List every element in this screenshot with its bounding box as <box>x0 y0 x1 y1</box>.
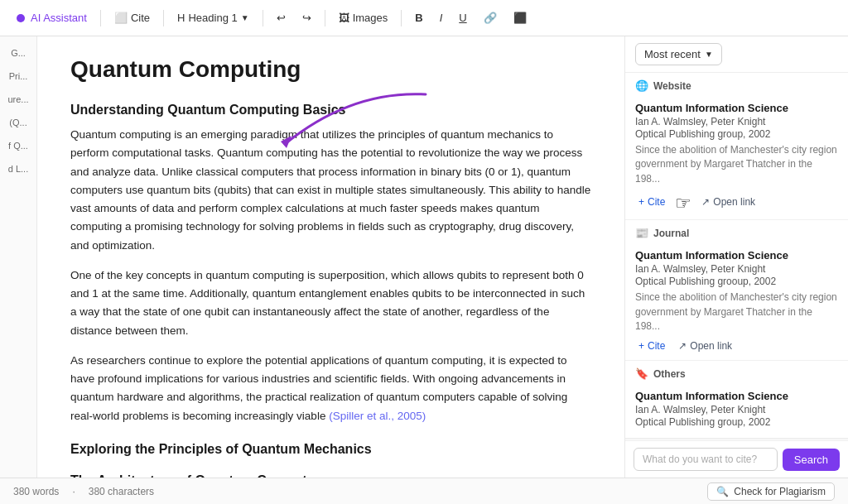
left-sidebar: G... Pri... ure... (Q... f Q... d L... <box>0 36 37 478</box>
images-icon: 🖼 <box>339 12 349 24</box>
toolbar: AI Assistant ⬜ Cite H Heading 1 ▼ ↩ ↪ 🖼 … <box>0 0 848 36</box>
journal-icon: 📰 <box>635 227 648 239</box>
images-button[interactable]: 🖼 Images <box>332 8 395 27</box>
cite-label: Cite <box>131 12 150 24</box>
undo-icon: ↩ <box>277 12 286 24</box>
filter-label: Most recent <box>644 48 701 60</box>
heading-button[interactable]: H Heading 1 ▼ <box>171 8 256 27</box>
card-publisher: Optical Publishing grooup, 2002 <box>635 276 838 287</box>
search-bar: Search <box>625 440 848 478</box>
website-icon: 🌐 <box>635 79 648 92</box>
underline-button[interactable]: U <box>452 8 473 27</box>
paragraph-3-text: As researchers continue to explore the p… <box>70 354 567 422</box>
table-button[interactable]: ⬛ <box>507 8 533 27</box>
card-title: Quantum Information Science <box>635 390 838 402</box>
heading-label: Heading 1 <box>188 12 237 24</box>
table-icon: ⬛ <box>513 12 527 24</box>
cite-action-button[interactable]: + Cite <box>635 194 668 209</box>
cite-action-label: Cite <box>648 196 665 208</box>
rs-header: Most recent ▼ <box>625 36 848 73</box>
section-journal-label: Journal <box>653 228 689 239</box>
search-button[interactable]: Search <box>783 449 840 471</box>
section-journal-header: 📰 Journal <box>625 220 848 242</box>
char-count: 380 characters <box>89 486 154 497</box>
undo-button[interactable]: ↩ <box>270 8 292 27</box>
others-icon: 🔖 <box>635 367 648 380</box>
italic-button[interactable]: I <box>433 8 450 27</box>
open-link-button[interactable]: ↗ Open link <box>698 194 759 209</box>
open-link-label: Open link <box>713 196 755 208</box>
plagiarism-button[interactable]: 🔍 Check for Plagiarism <box>707 482 835 501</box>
plus-icon: + <box>638 340 644 352</box>
rs-card-website-1: Quantum Information Science Ian A. Walms… <box>625 95 848 220</box>
card-title: Quantum Information Science <box>635 249 838 262</box>
plagiarism-label: Check for Plagiarism <box>734 486 826 497</box>
section-heading-1: Understanding Quantum Computing Basics <box>70 103 591 118</box>
main-layout: G... Pri... ure... (Q... f Q... d L... Q… <box>0 36 848 478</box>
ai-assistant-button[interactable]: AI Assistant <box>10 8 94 27</box>
cite-icon: ⬜ <box>114 12 128 24</box>
chevron-down-icon: ▼ <box>241 13 249 22</box>
card-excerpt: Since the abolition of Manchester's city… <box>635 143 838 186</box>
bold-button[interactable]: B <box>408 8 429 27</box>
heading-icon: H <box>177 12 185 24</box>
ai-assistant-label: AI Assistant <box>31 12 87 24</box>
card-excerpt: Since the abolition of Manchester's city… <box>635 290 838 334</box>
section-others-label: Others <box>653 368 686 380</box>
open-link-button-journal[interactable]: ↗ Open link <box>675 338 735 353</box>
card-actions: + Cite ↗ Open link <box>635 338 838 353</box>
sidebar-item-6[interactable]: d L... <box>0 161 36 177</box>
plus-icon: + <box>638 196 644 208</box>
section-website-label: Website <box>653 80 691 92</box>
rs-results: 🌐 Website Quantum Information Science Ia… <box>625 73 848 440</box>
sidebar-item-2[interactable]: Pri... <box>0 68 36 84</box>
link-button[interactable]: 🔗 <box>477 8 504 27</box>
right-sidebar: Most recent ▼ 🌐 Website Quantum Informat… <box>624 36 848 478</box>
toolbar-separator-4 <box>325 10 325 26</box>
ai-dot-icon <box>17 14 25 22</box>
wordcount-separator: · <box>72 486 75 497</box>
paragraph-2: One of the key concepts in quantum compu… <box>70 266 591 340</box>
images-label: Images <box>353 12 388 24</box>
search-input[interactable] <box>634 448 778 471</box>
rs-card-journal-1: Quantum Information Science Ian A. Walms… <box>625 242 848 361</box>
card-actions: + Cite ☞ ↗ Open link <box>635 191 838 213</box>
sidebar-item-5[interactable]: f Q... <box>0 137 36 154</box>
card-publisher: Optical Publishing group, 2002 <box>635 416 838 428</box>
chevron-down-icon: ▼ <box>705 50 713 59</box>
bold-icon: B <box>415 12 422 24</box>
section-heading-3: The Architecture of Quantum Computers <box>70 473 591 478</box>
sidebar-item-1[interactable]: G... <box>0 45 36 61</box>
cursor-icon: ☞ <box>675 193 691 214</box>
section-others-header: 🔖 Others <box>625 361 848 383</box>
sidebar-item-4[interactable]: (Q... <box>0 114 36 131</box>
cite-action-button-journal[interactable]: + Cite <box>635 338 668 353</box>
redo-button[interactable]: ↪ <box>296 8 318 27</box>
redo-icon: ↪ <box>302 12 311 24</box>
citation-link[interactable]: (Spiller et al., 2005) <box>329 410 426 422</box>
card-authors: Ian A. Walmsley, Peter Knight <box>635 404 838 415</box>
link-icon: 🔗 <box>484 12 497 24</box>
open-link-label: Open link <box>690 340 732 352</box>
card-authors: Ian A. Walmsley, Peter Knight <box>635 263 838 275</box>
external-link-icon: ↗ <box>678 340 687 352</box>
section-website-header: 🌐 Website <box>625 73 848 95</box>
toolbar-separator-2 <box>163 10 164 26</box>
italic-icon: I <box>440 12 443 24</box>
cite-action-label: Cite <box>648 340 665 352</box>
toolbar-separator <box>100 10 101 26</box>
sidebar-item-3[interactable]: ure... <box>0 91 36 108</box>
word-count: 380 words <box>13 486 59 497</box>
document-area[interactable]: Quantum Computing Understanding Quantum … <box>37 36 624 478</box>
paragraph-3: As researchers continue to explore the p… <box>70 352 591 425</box>
filter-button[interactable]: Most recent ▼ <box>635 43 722 65</box>
card-publisher: Optical Publishing group, 2002 <box>635 128 838 140</box>
underline-icon: U <box>459 12 466 24</box>
section-heading-2: Exploring the Principles of Quantum Mech… <box>70 442 591 457</box>
wordcount-bar: 380 words · 380 characters 🔍 Check for P… <box>0 478 848 504</box>
cite-button[interactable]: ⬜ Cite <box>108 8 157 27</box>
plagiarism-icon: 🔍 <box>716 486 729 497</box>
toolbar-separator-3 <box>263 10 263 26</box>
rs-card-others-1: Quantum Information Science Ian A. Walms… <box>625 383 848 439</box>
toolbar-separator-5 <box>401 10 402 26</box>
